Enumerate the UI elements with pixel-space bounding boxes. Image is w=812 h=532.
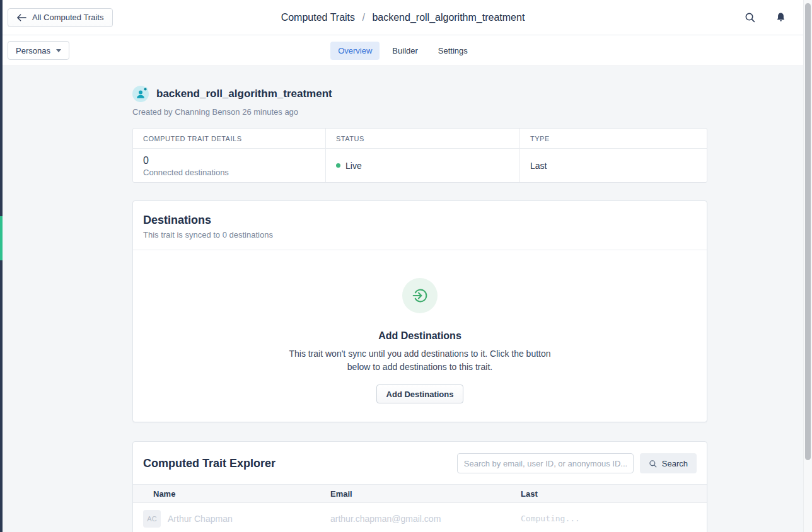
search-glyph-icon xyxy=(649,460,657,468)
avatar: AC xyxy=(143,510,161,528)
search-button-label: Search xyxy=(662,459,688,468)
breadcrumb: Computed Traits / backend_roll_algorithm… xyxy=(3,12,803,23)
status-cell: Live xyxy=(326,149,520,182)
secondary-bar: Personas Overview Builder Settings xyxy=(3,35,803,66)
destinations-subtitle: This trait is synced to 0 destinations xyxy=(143,230,697,240)
empty-state-body-line1: This trait won't sync until you add dest… xyxy=(289,349,550,359)
connected-destinations-cell: 0 Connected destinations xyxy=(133,149,326,182)
tab-builder[interactable]: Builder xyxy=(385,42,425,60)
connected-destinations-label: Connected destinations xyxy=(143,168,315,177)
top-bar: All Computed Traits Computed Traits / ba… xyxy=(3,0,803,35)
status-badge: Live xyxy=(345,161,362,171)
destinations-empty-state: Add Destinations This trait won't sync u… xyxy=(133,250,707,422)
column-header-last: Last xyxy=(511,489,707,499)
breadcrumb-current: backend_roll_algorithm_treatment xyxy=(372,12,525,23)
tab-bar: Overview Builder Settings xyxy=(3,42,803,60)
table-row[interactable]: AC Arthur Chapman arthur.chapman@gmail.c… xyxy=(133,503,707,532)
breadcrumb-parent[interactable]: Computed Traits xyxy=(281,12,355,23)
breadcrumb-separator: / xyxy=(362,12,365,23)
add-destinations-button[interactable]: Add Destinations xyxy=(376,385,464,403)
type-cell: Last xyxy=(520,149,707,182)
details-header-computed-trait-details: COMPUTED TRAIT DETAILS xyxy=(133,129,326,149)
empty-state-body: This trait won't sync until you add dest… xyxy=(133,347,707,374)
details-header-type: TYPE xyxy=(520,129,707,149)
destinations-card: Destinations This trait is synced to 0 d… xyxy=(132,200,707,422)
scrollbar-thumb[interactable] xyxy=(805,3,811,460)
trait-header: backend_roll_algorithm_treatment Created… xyxy=(132,86,707,117)
explorer-header: Computed Trait Explorer Search xyxy=(133,442,707,484)
user-name: Arthur Chapman xyxy=(168,514,233,524)
name-cell: AC Arthur Chapman xyxy=(133,510,320,528)
type-value: Last xyxy=(530,161,547,171)
tab-settings[interactable]: Settings xyxy=(431,42,475,60)
computed-trait-explorer-card: Computed Trait Explorer Search Name Emai… xyxy=(132,441,707,532)
computed-trait-icon xyxy=(132,86,149,102)
personas-dropdown[interactable]: Personas xyxy=(8,41,69,60)
explorer-search-input[interactable] xyxy=(457,453,634,473)
add-destinations-icon-circle xyxy=(402,278,438,313)
explorer-table-header: Name Email Last xyxy=(133,484,707,503)
log-in-arrow-icon xyxy=(410,286,429,305)
collapsed-sidebar-strip xyxy=(0,0,3,532)
trait-details-table: COMPUTED TRAIT DETAILS STATUS TYPE 0 Con… xyxy=(132,128,707,183)
live-status-dot xyxy=(336,163,340,168)
last-value-cell: Computing... xyxy=(511,514,707,523)
empty-state-heading: Add Destinations xyxy=(133,330,707,342)
explorer-search-group: Search xyxy=(457,453,697,473)
chevron-down-icon xyxy=(56,49,61,52)
connected-destinations-count: 0 xyxy=(143,154,315,166)
sidebar-active-indicator xyxy=(0,216,3,260)
explorer-title: Computed Trait Explorer xyxy=(143,457,276,470)
destinations-title: Destinations xyxy=(143,214,697,227)
column-header-name: Name xyxy=(133,489,320,499)
email-cell: arthur.chapman@gmail.com xyxy=(320,514,511,524)
explorer-search-button[interactable]: Search xyxy=(640,453,697,473)
destinations-card-header: Destinations This trait is synced to 0 d… xyxy=(133,201,707,250)
scrollbar-track xyxy=(803,0,812,532)
created-by-text: Created by Channing Benson 26 minutes ag… xyxy=(132,107,707,117)
page-title: backend_roll_algorithm_treatment xyxy=(156,88,332,100)
tab-overview[interactable]: Overview xyxy=(330,42,380,60)
column-header-email: Email xyxy=(320,489,511,499)
page-content: backend_roll_algorithm_treatment Created… xyxy=(3,66,803,532)
details-header-status: STATUS xyxy=(326,129,520,149)
personas-label: Personas xyxy=(16,46,50,55)
empty-state-body-line2: below to add destinations to this trait. xyxy=(347,362,492,372)
